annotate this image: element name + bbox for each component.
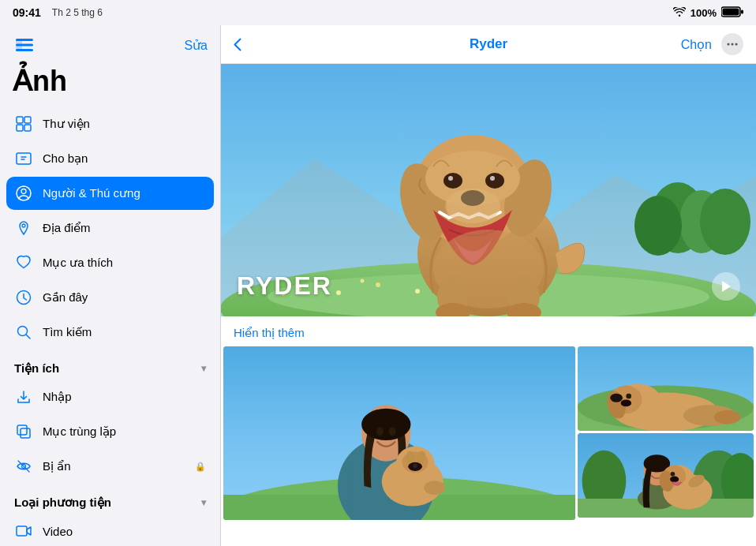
svg-point-105	[670, 477, 679, 483]
svg-point-36	[700, 189, 750, 255]
svg-point-90	[714, 410, 740, 424]
svg-point-50	[443, 173, 462, 189]
svg-point-77	[413, 463, 417, 468]
sidebar-collapse-button[interactable]	[13, 33, 36, 57]
grid-photo-side-bottom[interactable]	[578, 433, 754, 518]
svg-rect-1	[723, 8, 739, 15]
svg-point-13	[21, 189, 26, 194]
video-icon	[14, 522, 33, 540]
svg-point-30	[735, 43, 738, 46]
sidebar-item-bi-an-label: Bị ẩn	[43, 459, 71, 473]
svg-point-52	[448, 176, 453, 181]
sidebar-item-nhap-label: Nhập	[43, 390, 72, 404]
section-header-loai-phuong-tien[interactable]: Loại phương tiện ▾	[6, 484, 214, 514]
sidebar-item-tim-kiem[interactable]: Tìm kiếm	[6, 316, 214, 349]
sidebar-item-video-label: Video	[43, 525, 73, 538]
svg-point-104	[671, 472, 676, 477]
header-right-actions: Chọn	[681, 33, 743, 55]
sidebar-item-cho-ban-label: Cho bạn	[43, 151, 88, 166]
svg-point-40	[336, 290, 341, 295]
svg-point-70	[389, 427, 396, 436]
status-right: 100%	[673, 6, 743, 20]
section-tien-ich-label: Tiện ích	[14, 361, 59, 376]
svg-rect-9	[17, 125, 23, 131]
person-circle-icon	[14, 184, 33, 203]
svg-point-28	[728, 43, 730, 46]
share-icon	[14, 149, 33, 168]
svg-point-69	[376, 427, 384, 436]
svg-point-78	[424, 481, 445, 495]
svg-point-29	[732, 43, 734, 46]
sidebar-item-bi-an[interactable]: Bị ẩn 🔒	[6, 450, 214, 483]
svg-point-35	[634, 196, 682, 256]
choose-button[interactable]: Chọn	[681, 37, 712, 52]
heart-icon	[14, 253, 33, 272]
section-header-tien-ich[interactable]: Tiện ích ▾	[6, 350, 214, 380]
sidebar-item-nguoi-thu-cung[interactable]: Người & Thú cưng	[6, 177, 214, 210]
sidebar-item-video[interactable]: Video	[6, 514, 214, 546]
main-layout: Sửa Ảnh Thư viện	[0, 25, 756, 546]
sidebar-edit-button[interactable]: Sửa	[184, 38, 208, 53]
hero-label: RYDER	[237, 271, 332, 301]
sidebar-item-thu-vien[interactable]: Thư viện	[6, 107, 214, 140]
content-area: Ryder Chọn	[221, 25, 756, 546]
grid-photo-main[interactable]	[223, 346, 575, 520]
chevron-down-icon-2: ▾	[201, 497, 206, 508]
sidebar-item-muc-trung-lap[interactable]: Mục trùng lặp	[6, 415, 214, 448]
svg-point-55	[445, 189, 500, 223]
sidebar-item-dia-diem-label: Địa điểm	[43, 221, 91, 235]
battery-label: 100%	[691, 7, 717, 19]
svg-rect-20	[17, 526, 27, 536]
clock-icon	[14, 288, 33, 307]
svg-rect-18	[17, 425, 27, 435]
hero-play-button[interactable]	[712, 272, 740, 301]
sidebar-item-muc-ua-thich[interactable]: Mục ưa thích	[6, 246, 214, 279]
status-date: Th 2 5 thg 6	[52, 7, 103, 18]
sidebar-title: Ảnh	[0, 62, 220, 107]
svg-rect-2	[741, 9, 743, 13]
svg-point-14	[22, 224, 25, 227]
sidebar-item-tim-kiem-label: Tìm kiếm	[43, 325, 92, 339]
svg-rect-10	[24, 125, 31, 131]
more-button[interactable]	[721, 33, 743, 55]
svg-rect-7	[17, 117, 23, 123]
photo-grid	[221, 346, 756, 522]
photo-scroll-area[interactable]: RYDER Hiển thị thêm	[221, 64, 756, 546]
status-time: 09:41	[13, 6, 41, 19]
svg-point-42	[415, 289, 420, 294]
wifi-icon	[673, 7, 686, 19]
content-title: Ryder	[470, 36, 507, 52]
sidebar-item-muc-trung-lap-label: Mục trùng lặp	[43, 424, 116, 439]
svg-rect-8	[24, 117, 31, 123]
svg-point-41	[376, 282, 380, 287]
svg-rect-11	[17, 153, 31, 164]
svg-point-68	[361, 409, 410, 440]
grid-photo-side-top[interactable]	[578, 346, 754, 431]
show-more-link[interactable]: Hiển thị thêm	[221, 316, 756, 346]
sidebar-item-cho-ban[interactable]: Cho bạn	[6, 142, 214, 175]
svg-point-88	[621, 399, 631, 406]
content-header: Ryder Chọn	[221, 25, 756, 64]
svg-point-53	[490, 176, 495, 181]
battery-icon	[721, 6, 743, 20]
sidebar-item-thu-vien-label: Thư viện	[43, 117, 90, 131]
svg-rect-6	[16, 39, 22, 51]
sidebar-item-nguoi-thu-cung-label: Người & Thú cưng	[43, 186, 140, 200]
status-bar: 09:41 Th 2 5 thg 6 100%	[0, 0, 756, 25]
sidebar-item-dia-diem[interactable]: Địa điểm	[6, 211, 214, 245]
svg-point-86	[610, 394, 623, 402]
sidebar-item-gan-day-label: Gần đây	[43, 290, 88, 305]
sidebar-header: Sửa	[0, 25, 220, 62]
section-loai-phuong-tien-label: Loại phương tiện	[14, 496, 111, 510]
sidebar: Sửa Ảnh Thư viện	[0, 25, 221, 546]
map-pin-icon	[14, 219, 33, 237]
duplicate-icon	[14, 422, 33, 441]
svg-rect-17	[21, 428, 30, 438]
sidebar-nav: Thư viện Cho bạn	[0, 107, 220, 546]
back-button[interactable]	[234, 38, 241, 51]
lock-icon: 🔒	[195, 462, 206, 472]
hero-photo[interactable]: RYDER	[221, 64, 756, 316]
sidebar-item-gan-day[interactable]: Gần đây	[6, 281, 214, 314]
grid-icon	[14, 114, 33, 133]
sidebar-item-nhap[interactable]: Nhập	[6, 380, 214, 413]
